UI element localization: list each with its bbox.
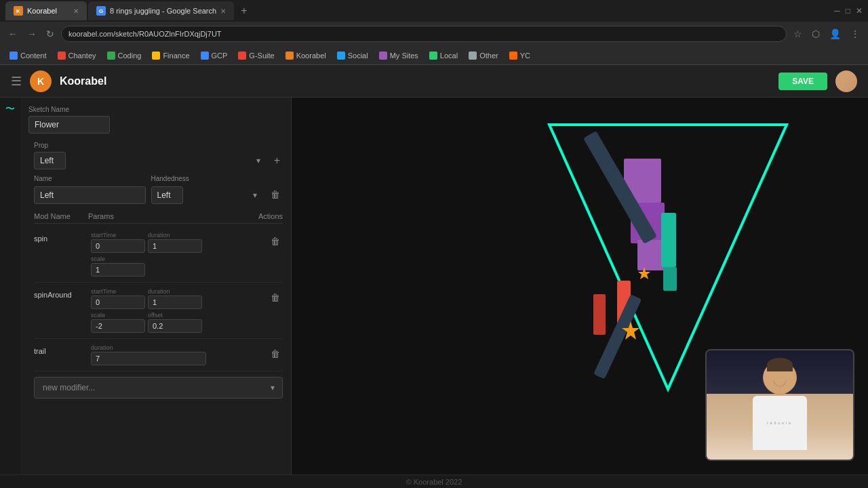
spinaround-starttime-group: startTime [91, 288, 145, 309]
spinaround-scale-group: scale [91, 312, 145, 333]
save-button[interactable]: SAVE [778, 73, 827, 90]
bookmark-chantey[interactable]: Chantey [54, 50, 100, 61]
mod-table-header: Mod Name Params Actions [34, 209, 283, 224]
star-button[interactable]: ☆ [791, 27, 805, 41]
address-bar[interactable]: koorabel.com/sketch/R0AUOZlnFIrDXqjDj7UT [61, 26, 787, 42]
handedness-select[interactable]: Left Right [151, 186, 183, 204]
spinaround-offset-input[interactable] [148, 319, 202, 333]
user-avatar[interactable] [835, 70, 857, 92]
close-browser-btn[interactable]: ✕ [856, 6, 863, 16]
bookmark-gsuite[interactable]: G-Suite [234, 50, 278, 61]
delete-prop-button[interactable]: 🗑 [268, 188, 283, 204]
prop-name-group: Name [34, 175, 146, 204]
spinaround-offset-label: offset [148, 312, 202, 319]
reload-button[interactable]: ↻ [43, 27, 57, 41]
spin-starttime-group: startTime [91, 232, 145, 253]
col-params-header: Params [88, 212, 256, 220]
maximize-btn[interactable]: □ [846, 6, 850, 16]
bookmark-finance[interactable]: Finance [148, 50, 193, 61]
prop-box-teal-1 [661, 213, 676, 267]
app-title-label: Koorabel [60, 75, 106, 87]
tab-google-label: 8 rings juggling - Google Search [110, 7, 216, 15]
forward-button[interactable]: → [24, 27, 39, 41]
delete-trail-button[interactable]: 🗑 [268, 347, 283, 361]
back-button[interactable]: ← [5, 27, 20, 41]
spin-scale-group: scale [91, 256, 145, 277]
extensions-button[interactable]: ⬡ [809, 27, 823, 41]
trail-duration-input[interactable] [91, 352, 206, 365]
sketch-name-section: Sketch Name [28, 106, 283, 134]
bookmark-social[interactable]: Social [333, 50, 372, 61]
spin-duration-label: duration [148, 232, 202, 239]
shirt-text: tебuolо [767, 421, 792, 425]
left-panel: Sketch Name Prop Left Right + Name [20, 98, 292, 474]
prop-row: Left Right + [34, 152, 283, 169]
col-mod-name-header: Mod Name [34, 212, 88, 220]
spin-starttime-input[interactable] [91, 239, 145, 253]
spin-param-row-1: startTime duration [91, 232, 260, 253]
bookmark-other[interactable]: Other [465, 50, 502, 61]
koorabel-favicon: K [14, 6, 23, 16]
sketch-name-input[interactable] [28, 116, 110, 134]
bookmark-local[interactable]: Local [425, 50, 462, 61]
spinaround-duration-group: duration [148, 288, 202, 309]
header-right: SAVE [778, 70, 857, 92]
spinaround-starttime-input[interactable] [91, 296, 145, 309]
menu-button[interactable]: ⋮ [848, 27, 863, 41]
prop-select-wrapper: Left Right [34, 152, 266, 169]
trail-duration-group: duration [91, 344, 206, 365]
name-handedness-row: Name Handedness Left Right 🗑 [34, 175, 283, 204]
sketch-name-label: Sketch Name [28, 106, 283, 113]
bookmark-gcp[interactable]: GCP [197, 50, 232, 61]
minimize-btn[interactable]: ─ [834, 6, 840, 16]
spinaround-scale-input[interactable] [91, 319, 145, 333]
modifier-spin-row: spin startTime duration [34, 226, 283, 283]
bookmark-yc[interactable]: YC [505, 50, 534, 61]
new-tab-button[interactable]: + [235, 5, 252, 17]
prop-name-input[interactable] [34, 186, 146, 204]
bookmark-koorabel[interactable]: Koorabel [281, 50, 330, 61]
trail-actions: 🗑 [262, 344, 283, 361]
prop-label: Prop [34, 142, 283, 149]
modifier-spinaround-row: spinAround startTime duration [34, 283, 283, 339]
col-actions-header: Actions [256, 212, 283, 220]
spinaround-duration-input[interactable] [148, 296, 202, 309]
app-logo: K [30, 70, 52, 92]
spin-duration-group: duration [148, 232, 202, 253]
tab-koorabel[interactable]: K Koorabel ✕ [5, 1, 87, 20]
app-header: ☰ K Koorabel SAVE [0, 65, 868, 98]
app-footer: © Koorabel 2022 [0, 474, 868, 488]
person-head [763, 361, 797, 394]
trail-duration-label: duration [91, 344, 206, 351]
tab-google[interactable]: G 8 rings juggling - Google Search ✕ [88, 1, 234, 20]
modifier-spinaround-params: startTime duration scale [91, 288, 260, 333]
tab-google-close[interactable]: ✕ [220, 7, 226, 15]
bookmark-mysites[interactable]: My Sites [375, 50, 422, 61]
modifier-spin-params: startTime duration scale [91, 232, 260, 277]
modifier-trail-row: trail duration 🗑 [34, 339, 283, 371]
prop-section: Prop Left Right + Name Handedness [34, 142, 283, 399]
spin-duration-input[interactable] [148, 239, 202, 253]
spin-scale-input[interactable] [91, 263, 145, 277]
spinaround-offset-group: offset [148, 312, 202, 333]
spin-actions: 🗑 [262, 232, 283, 248]
handedness-label: Handedness [151, 175, 263, 182]
prop-name-label: Name [34, 175, 146, 182]
bookmark-coding[interactable]: Coding [103, 50, 146, 61]
tab-koorabel-label: Koorabel [27, 7, 57, 15]
profile-button[interactable]: 👤 [827, 27, 844, 41]
nav-bar: ← → ↻ koorabel.com/sketch/R0AUOZlnFIrDXq… [0, 22, 868, 46]
new-modifier-select[interactable]: new modifier... spin spinAround trail bo… [34, 377, 283, 399]
chart-icon[interactable]: 〜 [5, 103, 15, 115]
delete-spin-button[interactable]: 🗑 [268, 235, 283, 248]
add-prop-button[interactable]: + [271, 153, 283, 168]
tab-koorabel-close[interactable]: ✕ [73, 7, 79, 15]
new-modifier-wrapper: new modifier... spin spinAround trail bo… [34, 377, 283, 399]
delete-spinaround-button[interactable]: 🗑 [268, 291, 283, 304]
spinaround-starttime-label: startTime [91, 288, 145, 295]
prop-box-teal-2 [663, 267, 677, 291]
browser-chrome: K Koorabel ✕ G 8 rings juggling - Google… [0, 0, 868, 65]
bookmark-content[interactable]: Content [5, 50, 51, 61]
prop-select[interactable]: Left Right [34, 152, 66, 169]
hamburger-menu[interactable]: ☰ [11, 74, 22, 89]
